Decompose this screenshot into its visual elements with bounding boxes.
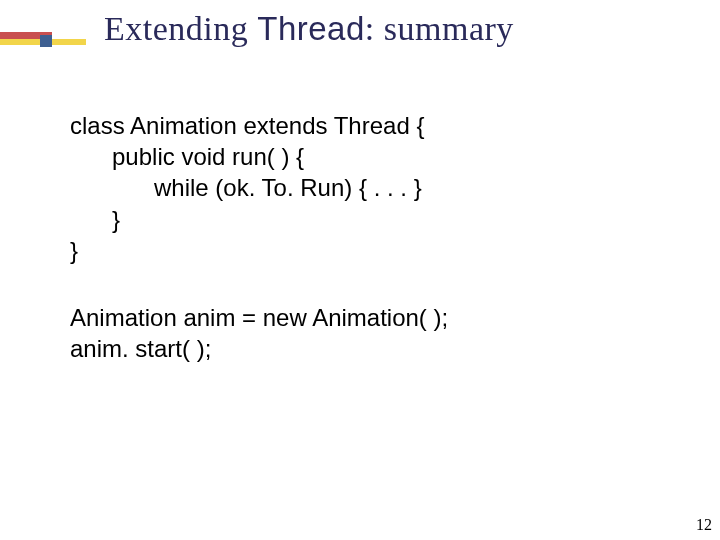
title-text-thread: Thread xyxy=(257,10,365,47)
code-line: public void run( ) { xyxy=(70,141,448,172)
code-line: Animation anim = new Animation( ); xyxy=(70,302,448,333)
code-line: anim. start( ); xyxy=(70,333,448,364)
page-number: 12 xyxy=(696,516,712,534)
slide: Extending Thread: summary class Animatio… xyxy=(0,0,720,540)
code-block-2: Animation anim = new Animation( ); anim.… xyxy=(70,302,448,364)
title-text-3: : summary xyxy=(365,10,514,47)
code-line: while (ok. To. Run) { . . . } xyxy=(70,172,448,203)
slide-title: Extending Thread: summary xyxy=(104,10,514,48)
accent-bar-blue xyxy=(40,35,52,47)
code-line: class Animation extends Thread { xyxy=(70,110,448,141)
code-line: } xyxy=(70,204,448,235)
code-line: } xyxy=(70,235,448,266)
accent-bars xyxy=(0,32,86,52)
code-block-1: class Animation extends Thread { public … xyxy=(70,110,448,266)
slide-body: class Animation extends Thread { public … xyxy=(70,110,448,364)
title-text-1: Extending xyxy=(104,10,257,47)
